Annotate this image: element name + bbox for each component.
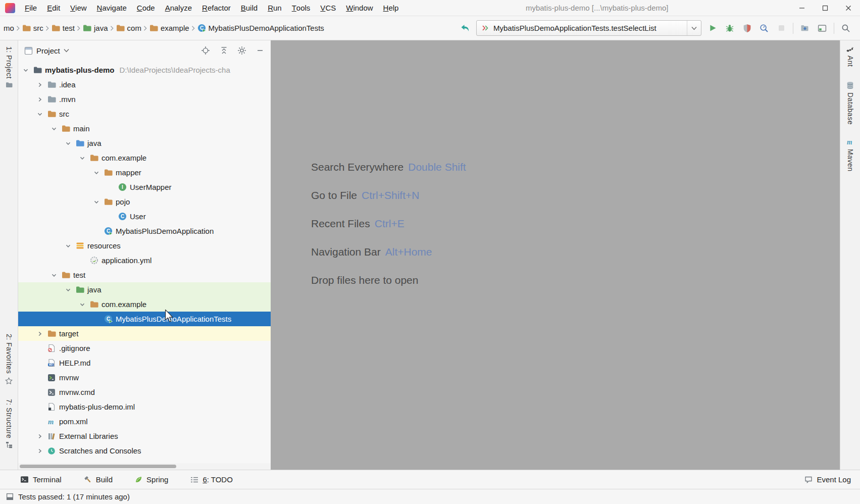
menu-file[interactable]: File: [20, 0, 42, 16]
toolwindow-button-event-log[interactable]: Event Log: [804, 475, 851, 484]
menu-tools[interactable]: Tools: [287, 0, 316, 16]
tree-item-help-md[interactable]: MDHELP.md: [18, 356, 271, 370]
chevron-down-icon[interactable]: [48, 272, 60, 278]
menu-analyze[interactable]: Analyze: [160, 0, 197, 16]
toolbar-separator: [793, 23, 793, 34]
tree-item-mapper[interactable]: mapper: [18, 165, 271, 180]
settings-button[interactable]: [236, 45, 247, 56]
tree-item-resources[interactable]: resources: [18, 238, 271, 253]
menu-edit[interactable]: Edit: [42, 0, 65, 16]
tree-item-mybatisplusdemoapplicationtests[interactable]: CMybatisPlusDemoApplicationTests: [18, 312, 271, 326]
tree-item-mvn[interactable]: .mvn: [18, 92, 271, 107]
run-with-coverage-button[interactable]: [739, 20, 755, 36]
run-button[interactable]: [704, 20, 721, 36]
chevron-right-icon[interactable]: [34, 448, 45, 454]
chevron-down-icon[interactable]: [48, 126, 60, 132]
shortcut-action: Search Everywhere: [311, 161, 403, 173]
menu-help[interactable]: Help: [378, 0, 404, 16]
chevron-down-icon[interactable]: [63, 287, 74, 293]
horizontal-scrollbar[interactable]: [18, 463, 271, 470]
tree-item-java[interactable]: java: [18, 136, 271, 150]
toolwindow-switcher-icon[interactable]: [6, 493, 14, 500]
tree-item-mvnw-cmd[interactable]: mvnw.cmd: [18, 385, 271, 399]
menu-refactor[interactable]: Refactor: [197, 0, 236, 16]
chevron-down-icon[interactable]: [63, 140, 74, 146]
menu-navigate[interactable]: Navigate: [92, 0, 132, 16]
menu-build[interactable]: Build: [236, 0, 263, 16]
hide-button[interactable]: [255, 45, 266, 56]
tree-item-mybatis-plus-demo-iml[interactable]: mybatis-plus-demo.iml: [18, 399, 271, 414]
tree-item-idea[interactable]: .idea: [18, 77, 271, 92]
menu-view[interactable]: View: [65, 0, 92, 16]
chevron-right-icon[interactable]: [34, 331, 45, 337]
chevron-right-icon[interactable]: [34, 433, 45, 439]
locate-button[interactable]: [200, 45, 211, 56]
minimize-button[interactable]: [790, 0, 814, 16]
chevron-down-icon[interactable]: [20, 67, 31, 73]
tree-item-target[interactable]: target: [18, 326, 271, 341]
collapse-all-button[interactable]: [218, 45, 229, 56]
chevron-right-icon[interactable]: [34, 96, 45, 103]
tree-item-pojo[interactable]: pojo: [18, 194, 271, 209]
tree-item-java[interactable]: java: [18, 282, 271, 297]
chevron-down-icon[interactable]: [91, 199, 102, 205]
breadcrumb-item-src[interactable]: src: [21, 22, 45, 34]
restore-layout-button[interactable]: [814, 20, 830, 36]
menu-vcs[interactable]: VCS: [315, 0, 341, 16]
rollback-button[interactable]: [457, 20, 473, 36]
tree-item-application-yml[interactable]: application.yml: [18, 253, 271, 268]
stripe-button-label: Maven: [846, 149, 854, 172]
scrollbar-thumb[interactable]: [20, 465, 176, 468]
breadcrumb: mosrctestjavacomexampleCMybatisPlusDemoA…: [2, 22, 326, 34]
tree-item-mybatis-plus-demo[interactable]: mybatis-plus-demoD:\IdeaProjects\IdeaPro…: [18, 63, 271, 77]
breadcrumb-item-test[interactable]: test: [50, 22, 76, 34]
maximize-button[interactable]: [814, 0, 837, 16]
tree-item-scratches-and-consoles[interactable]: Scratches and Consoles: [18, 443, 271, 458]
stripe-button-7-structure[interactable]: 7: Structure: [5, 399, 13, 448]
chevron-down-icon[interactable]: [34, 111, 45, 117]
breadcrumb-item-example[interactable]: example: [148, 22, 191, 34]
chevron-right-icon[interactable]: [34, 82, 45, 88]
tree-item-usermapper[interactable]: IUserMapper: [18, 180, 271, 194]
tree-item-mvnw[interactable]: mvnw: [18, 370, 271, 385]
breadcrumb-item-com[interactable]: com: [115, 22, 143, 34]
chevron-down-icon[interactable]: [63, 243, 74, 249]
stripe-button-ant[interactable]: Ant: [846, 46, 854, 67]
tree-item-com-example[interactable]: com.example: [18, 297, 271, 312]
menu-window[interactable]: Window: [341, 0, 378, 16]
search-everywhere-button[interactable]: [838, 20, 854, 36]
breadcrumb-item-mo[interactable]: mo: [2, 22, 16, 34]
run-config-select[interactable]: MybatisPlusDemoApplicationTests.testSele…: [476, 20, 701, 36]
debug-button[interactable]: [722, 20, 738, 36]
stripe-button-2-favorites[interactable]: 2: Favorites: [5, 334, 13, 384]
profiler-button[interactable]: [756, 20, 772, 36]
stripe-button-database[interactable]: Database: [846, 81, 854, 125]
tree-item-external-libraries[interactable]: External Libraries: [18, 429, 271, 443]
tree-item-mybatisplusdemoapplication[interactable]: CMybatisPlusDemoApplication: [18, 224, 271, 238]
stripe-button-1-project[interactable]: 1: Project: [5, 46, 13, 88]
tree-item-src[interactable]: src: [18, 107, 271, 121]
update-project-button[interactable]: [797, 20, 813, 36]
toolwindow-button-6-todo[interactable]: 6: TODO: [190, 475, 232, 484]
toolwindow-button-build[interactable]: Build: [84, 475, 113, 484]
menu-run[interactable]: Run: [263, 0, 287, 16]
tree-item-gitignore[interactable]: .gitignore: [18, 341, 271, 356]
menu-code[interactable]: Code: [132, 0, 160, 16]
tree-item-test[interactable]: test: [18, 268, 271, 282]
toolwindow-button-terminal[interactable]: Terminal: [20, 475, 62, 484]
tree-item-main[interactable]: main: [18, 121, 271, 136]
breadcrumb-item-mybatisplusdemoapplicationtests[interactable]: CMybatisPlusDemoApplicationTests: [196, 22, 326, 34]
panel-title[interactable]: Project: [36, 46, 60, 55]
toolwindow-button-spring[interactable]: Spring: [135, 475, 168, 484]
close-button[interactable]: [837, 0, 860, 16]
shortcut-hint: Search EverywhereDouble Shift: [311, 161, 466, 173]
chevron-down-icon[interactable]: [91, 170, 102, 176]
stripe-button-maven[interactable]: mMaven: [846, 138, 854, 172]
tree-item-com-example[interactable]: com.example: [18, 150, 271, 165]
chevron-down-icon[interactable]: [77, 155, 88, 161]
chevron-down-icon[interactable]: [77, 301, 88, 308]
folder-gray-icon: [45, 95, 58, 103]
breadcrumb-item-java[interactable]: java: [81, 22, 110, 34]
tree-item-pom-xml[interactable]: mpom.xml: [18, 414, 271, 429]
tree-item-user[interactable]: CUser: [18, 209, 271, 224]
